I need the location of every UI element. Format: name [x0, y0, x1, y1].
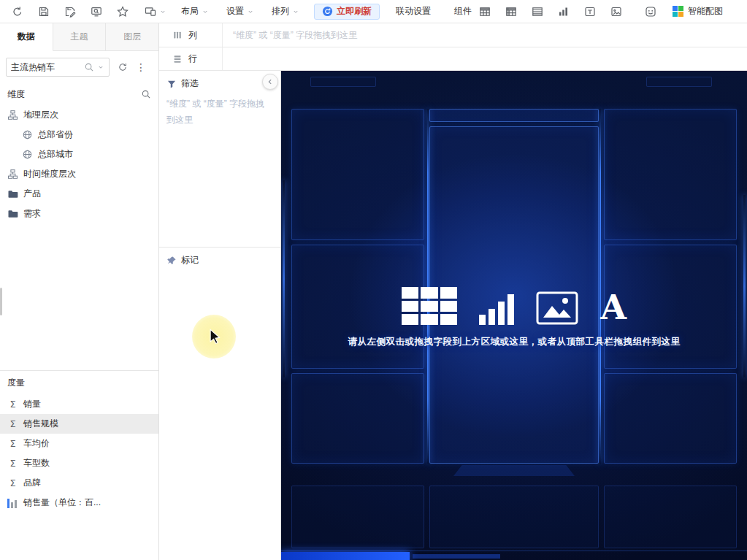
dashboard-canvas[interactable]: A 请从左侧双击或拖拽字段到上方区域或这里，或者从顶部工具栏拖拽组件到这里	[281, 71, 747, 560]
canvas-decoration	[604, 486, 737, 548]
canvas-decoration	[291, 373, 424, 464]
dimension-item-time-hierarchy[interactable]: 时间维度层次	[0, 164, 158, 184]
search-icon[interactable]	[141, 89, 151, 99]
canvas-decoration	[291, 109, 424, 240]
columns-drop-zone[interactable]: “维度” 或 “度量” 字段拖拽到这里	[222, 23, 747, 47]
rows-shelf[interactable]: 行	[159, 47, 747, 71]
undo-button[interactable]	[8, 2, 27, 21]
settings-menu-label: 设置	[226, 5, 244, 18]
dataset-row: 主流热销车 ⋮	[0, 57, 158, 77]
cross-table-icon	[505, 6, 517, 18]
rows-drop-zone[interactable]	[222, 47, 747, 70]
save-as-button[interactable]	[61, 2, 80, 21]
component-group-label: 组件	[454, 5, 472, 18]
measure-item-avg-price[interactable]: Σ 车均价	[0, 434, 158, 453]
dataset-more-button[interactable]: ⋮	[131, 61, 150, 74]
measure-item-sales-unit[interactable]: 销售量（单位：百...	[0, 493, 158, 513]
sidebar-scrollbar[interactable]	[0, 288, 2, 315]
canvas-decoration	[281, 552, 410, 560]
refresh-now-button[interactable]: 立即刷新	[314, 4, 380, 20]
device-adapt-dropdown[interactable]	[142, 2, 169, 21]
canvas-decoration	[310, 77, 376, 87]
image-component-button[interactable]	[607, 2, 626, 21]
calc-chart-icon	[7, 497, 18, 508]
measures-header: 度量	[0, 373, 158, 392]
folder-icon	[7, 188, 18, 199]
globe-icon	[22, 149, 33, 160]
tab-layers[interactable]: 图层	[106, 23, 158, 50]
dimension-item-hq-province[interactable]: 总部省份	[0, 125, 158, 145]
dimension-label: 时间维度层次	[23, 168, 76, 180]
filter-label: 筛选	[181, 77, 199, 90]
canvas-decoration	[413, 554, 500, 559]
measure-label: 销量	[23, 398, 41, 410]
detail-table-button[interactable]	[528, 2, 547, 21]
image-icon	[536, 291, 578, 325]
canvas-hint-text: 请从左侧双击或拖拽字段到上方区域或这里，或者从顶部工具栏拖拽组件到这里	[348, 336, 681, 348]
sigma-icon: Σ	[7, 477, 18, 488]
dimension-label: 地理层次	[23, 109, 58, 121]
dimension-item-geo-hierarchy[interactable]: 地理层次	[0, 105, 158, 125]
chart-component-button[interactable]	[554, 2, 573, 21]
layout-menu-label: 布局	[181, 5, 199, 18]
group-table-button[interactable]	[475, 2, 494, 21]
linkage-settings-button[interactable]: 联动设置	[390, 2, 437, 21]
mark-section: 标记	[159, 247, 280, 269]
settings-menu[interactable]: 设置	[221, 2, 260, 21]
canvas-decoration	[291, 486, 424, 548]
image-component-icon	[610, 6, 622, 18]
measure-item-sales-scale[interactable]: Σ 销售规模	[0, 414, 158, 434]
smart-match-label: 智能配图	[688, 5, 723, 18]
filter-drop-zone[interactable]: “维度” 或 “度量” 字段拖拽到这里	[159, 93, 276, 131]
collapse-panel-button[interactable]	[262, 74, 278, 90]
measure-item-model-count[interactable]: Σ 车型数	[0, 453, 158, 473]
dimension-item-demand[interactable]: 需求	[0, 204, 158, 223]
tab-theme-label: 主题	[71, 31, 88, 43]
canvas-decoration	[599, 109, 601, 464]
columns-shelf[interactable]: 列 “维度” 或 “度量” 字段拖拽到这里	[159, 23, 747, 47]
measure-label: 车型数	[23, 457, 50, 469]
dimension-label: 需求	[23, 207, 41, 220]
columns-drop-hint: “维度” 或 “度量” 字段拖拽到这里	[233, 29, 357, 42]
tab-theme[interactable]: 主题	[53, 23, 107, 50]
dimension-label: 总部省份	[38, 129, 73, 141]
canvas-decoration	[429, 109, 599, 122]
layout-menu[interactable]: 布局	[175, 2, 215, 21]
sticker-icon	[645, 6, 656, 18]
funnel-icon	[166, 79, 177, 89]
filter-drop-hint: “维度” 或 “度量” 字段拖拽到这里	[166, 99, 264, 125]
dataset-refresh-button[interactable]	[114, 58, 131, 76]
dimension-item-hq-city[interactable]: 总部城市	[0, 145, 158, 164]
filter-mark-panel: 筛选 “维度” 或 “度量” 字段拖拽到这里 标记	[159, 71, 281, 560]
save-button[interactable]	[34, 2, 53, 21]
canvas-decoration	[453, 465, 575, 476]
measure-label: 销售量（单位：百...	[23, 496, 101, 509]
chevron-down-icon	[202, 8, 209, 15]
preview-button[interactable]	[87, 2, 106, 21]
undo-icon	[12, 6, 23, 18]
tab-data[interactable]: 数据	[0, 23, 53, 51]
left-sidebar: 数据 主题 图层 主流热销车 ⋮ 维度 地理层次 总部省份 总部城市 时间维度层…	[0, 23, 159, 560]
bar-chart-icon	[479, 293, 514, 325]
canvas-decoration	[281, 551, 747, 551]
measure-item-brand[interactable]: Σ 品牌	[0, 473, 158, 493]
sigma-icon: Σ	[7, 399, 18, 410]
folder-icon	[7, 208, 18, 219]
chevron-down-icon	[159, 8, 166, 15]
favorite-button[interactable]	[113, 2, 132, 21]
cross-table-button[interactable]	[502, 2, 521, 21]
measure-item-sales-volume[interactable]: Σ 销量	[0, 394, 158, 414]
dataset-select[interactable]: 主流热销车	[6, 58, 110, 77]
sigma-icon: Σ	[7, 458, 18, 469]
globe-icon	[22, 129, 33, 140]
dimension-item-product[interactable]: 产品	[0, 184, 158, 204]
text-component-button[interactable]	[581, 2, 599, 21]
refresh-circle-icon	[322, 6, 333, 17]
placeholder-icons: A	[402, 287, 627, 325]
sticker-component-button[interactable]	[641, 2, 660, 21]
smart-match-button[interactable]: 智能配图	[673, 5, 723, 18]
shelf-area: 列 “维度” 或 “度量” 字段拖拽到这里 行	[159, 23, 747, 71]
measures-title: 度量	[7, 377, 25, 389]
arrange-menu[interactable]: 排列	[266, 2, 305, 21]
measure-label: 品牌	[23, 477, 41, 489]
